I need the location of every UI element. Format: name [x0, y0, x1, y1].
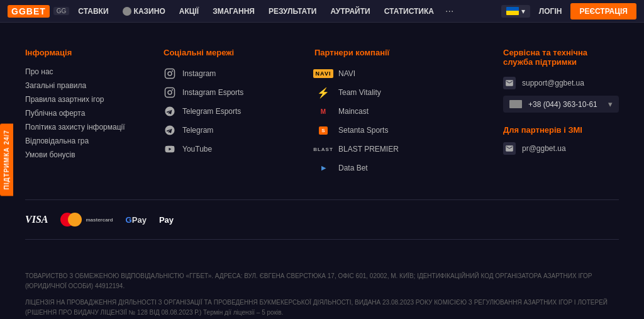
applepay-payment-icon: Pay [159, 215, 174, 225]
pr-email-row[interactable]: pr@ggbet.ua [503, 142, 619, 155]
phone-dropdown-icon[interactable]: ▾ [608, 99, 613, 109]
login-button[interactable]: ЛОГІН [534, 7, 567, 16]
partners-media-title: Для партнерів і ЗМІ [503, 125, 619, 135]
phone-row[interactable]: +38 (044) 363-10-61 ▾ [503, 96, 619, 113]
setanta-label: Setanta Sports [338, 126, 388, 135]
footer-main: Інформація Про нас Загальні правила Прав… [0, 23, 644, 265]
nav-badge: GG [53, 7, 70, 15]
telegram-label: Telegram [182, 126, 213, 135]
support-email-row[interactable]: support@ggbet.ua [503, 77, 619, 89]
svg-rect-0 [165, 69, 175, 79]
partner-databet[interactable]: ▶ Data Bet [314, 162, 478, 174]
info-link-responsible[interactable]: Відповідальна гра [25, 137, 151, 145]
legal-section: ТОВАРИСТВО З ОБМЕЖЕНОЮ ВІДПОВІДАЛЬНІСТЮ … [0, 265, 644, 319]
register-button[interactable]: РЕЄСТРАЦІЯ [570, 3, 636, 20]
partner-navi[interactable]: NAVI NAVI [314, 67, 478, 80]
navi-logo-icon: NAVI [314, 67, 332, 80]
footer-service-column: Сервісна та технічна служба підтримки su… [491, 48, 619, 181]
mastercard-payment-icon: mastercard [60, 213, 113, 227]
instagram-esports-label: Instagram Esports [182, 88, 243, 97]
blast-logo-icon: BLAST [314, 143, 332, 155]
support-side-bar[interactable]: ПІДТРИМКА 24/7 [0, 123, 13, 196]
nav-item-promotions[interactable]: АКЦІЇ [174, 7, 204, 16]
casino-icon [123, 7, 131, 16]
phone-number: +38 (044) 363-10-61 [528, 100, 597, 109]
info-column-title: Інформація [25, 48, 151, 57]
footer-partners-column: Партнери компанії NAVI NAVI ⚡ Team Vital… [314, 48, 478, 181]
service-column-title: Сервісна та технічна служба підтримки [503, 48, 619, 67]
setanta-logo-icon: S [314, 124, 332, 137]
support-email: support@ggbet.ua [522, 79, 584, 87]
gpay-payment-icon: GPay [126, 215, 147, 225]
social-link-youtube[interactable]: YouTube [164, 143, 302, 155]
instagram-label: Instagram [182, 69, 216, 78]
payment-methods-row: VISA mastercard GPay Pay [25, 199, 619, 240]
maincast-logo-icon: M [314, 105, 332, 118]
pr-email-icon [503, 142, 516, 155]
partner-blast[interactable]: BLAST BLAST PREMIER [314, 143, 478, 155]
partner-vitality[interactable]: ⚡ Team Vitality [314, 86, 478, 99]
telegram-icon [164, 124, 176, 137]
email-icon [503, 77, 516, 89]
nav-item-results[interactable]: РЕЗУЛЬТАТИ [264, 7, 322, 16]
svg-point-4 [168, 91, 172, 94]
nav-item-bets[interactable]: СТАВКИ [73, 7, 113, 16]
flag-arrow-icon: ▾ [521, 7, 525, 16]
nav-item-tournaments[interactable]: ЗМАГАННЯ [208, 7, 260, 16]
logo[interactable]: GGBET [8, 5, 50, 18]
casino-label: КАЗИНО [134, 7, 165, 16]
social-link-instagram[interactable]: Instagram [164, 67, 302, 80]
social-link-telegram[interactable]: Telegram [164, 124, 302, 137]
social-column-title: Соціальні мережі [164, 48, 302, 57]
social-link-instagram-esports[interactable]: Instagram Esports [164, 86, 302, 99]
telegram-esports-label: Telegram Esports [182, 107, 241, 116]
nav-item-statistics[interactable]: СТАТИСТИКА [379, 7, 439, 16]
info-link-bonuses[interactable]: Умови бонусів [25, 150, 151, 159]
info-link-offer[interactable]: Публічна оферта [25, 109, 151, 118]
company-info: ТОВАРИСТВО З ОБМЕЖЕНОЮ ВІДПОВІДАЛЬНІСТЮ … [25, 271, 619, 291]
pr-email: pr@ggbet.ua [522, 144, 566, 153]
language-selector[interactable]: ▾ [501, 5, 530, 18]
databet-logo-icon: ▶ [314, 162, 332, 174]
instagram-esports-icon [164, 86, 176, 99]
top-navigation: GGBET GG СТАВКИ КАЗИНО АКЦІЇ ЗМАГАННЯ РЕ… [0, 0, 644, 23]
nav-item-casino[interactable]: КАЗИНО [118, 7, 170, 16]
svg-point-5 [172, 90, 173, 91]
partner-maincast[interactable]: M Maincast [314, 105, 478, 118]
footer-info-column: Інформація Про нас Загальні правила Прав… [25, 48, 151, 181]
social-link-telegram-esports[interactable]: Telegram Esports [164, 105, 302, 118]
partners-column-title: Партнери компанії [314, 48, 478, 57]
instagram-icon [164, 67, 176, 80]
bets-label: СТАВКИ [78, 7, 108, 16]
info-link-gambling-rules[interactable]: Правила азартних ігор [25, 95, 151, 104]
nav-item-outrights[interactable]: АУТРАЙТИ [326, 7, 375, 16]
footer-grid: Інформація Про нас Загальні правила Прав… [25, 48, 619, 181]
info-link-privacy[interactable]: Політика захисту інформації [25, 123, 151, 132]
phone-flag-icon [509, 100, 522, 108]
svg-point-1 [168, 72, 172, 76]
vitality-logo-icon: ⚡ [314, 86, 332, 99]
footer-social-column: Соціальні мережі Instagram [164, 48, 302, 181]
vitality-label: Team Vitality [338, 88, 381, 97]
license1-text: ЛІЦЕНЗІЯ НА ПРОВАДЖЕННЯ ДІЯЛЬНОСТІ З ОРГ… [25, 298, 619, 318]
maincast-label: Maincast [338, 107, 369, 116]
blast-label: BLAST PREMIER [338, 145, 399, 154]
info-link-about[interactable]: Про нас [25, 67, 151, 76]
databet-label: Data Bet [338, 164, 368, 172]
ukraine-flag-icon [506, 7, 519, 15]
youtube-icon [164, 143, 176, 155]
navi-label: NAVI [338, 69, 355, 78]
youtube-label: YouTube [182, 145, 212, 154]
svg-point-2 [172, 71, 173, 72]
telegram-esports-icon [164, 105, 176, 118]
visa-payment-icon: VISA [25, 214, 48, 225]
partner-setanta[interactable]: S Setanta Sports [314, 124, 478, 137]
more-nav-icon[interactable]: ··· [443, 6, 456, 17]
svg-rect-3 [165, 88, 175, 98]
info-link-rules[interactable]: Загальні правила [25, 81, 151, 90]
